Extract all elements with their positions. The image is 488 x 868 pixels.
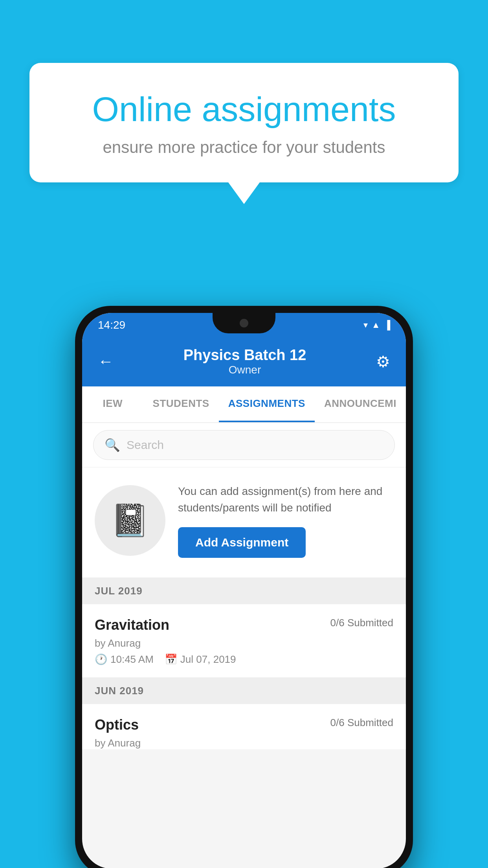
assignment-card-right: You can add assignment(s) from here and … xyxy=(178,483,393,558)
assignment-item-gravitation[interactable]: Gravitation 0/6 Submitted by Anurag 🕐 10… xyxy=(82,604,406,678)
header-title: Physics Batch 12 xyxy=(114,347,376,364)
wifi-icon: ▾ xyxy=(363,320,368,330)
section-header-jun: JUN 2019 xyxy=(82,678,406,704)
assignment-time: 10:45 AM xyxy=(110,653,154,666)
back-button[interactable]: ← xyxy=(98,353,114,370)
speech-bubble-wrapper: Online assignments ensure more practice … xyxy=(29,63,459,204)
tabs-bar: IEW STUDENTS ASSIGNMENTS ANNOUNCEMI xyxy=(82,386,406,423)
camera xyxy=(240,319,248,327)
calendar-icon: 📅 xyxy=(165,653,177,666)
signal-icon: ▲ xyxy=(372,320,380,330)
search-container: 🔍 Search xyxy=(82,423,406,467)
bubble-title: Online assignments xyxy=(61,90,427,129)
search-icon: 🔍 xyxy=(105,438,120,452)
tab-announcements[interactable]: ANNOUNCEMI xyxy=(315,386,406,422)
add-assignment-card: 📓 You can add assignment(s) from here an… xyxy=(82,467,406,578)
assignment-name-optics: Optics xyxy=(95,717,139,733)
app-header: ← Physics Batch 12 Owner ⚙ xyxy=(82,337,406,386)
section-header-jul: JUL 2019 xyxy=(82,578,406,604)
header-center: Physics Batch 12 Owner xyxy=(114,347,376,376)
search-box[interactable]: 🔍 Search xyxy=(93,430,395,460)
assignment-author-optics: by Anurag xyxy=(95,737,393,749)
gear-icon[interactable]: ⚙ xyxy=(376,353,390,371)
phone-frame: 14:29 ▾ ▲ ▐ ← Physics Batch 12 Owner ⚙ I… xyxy=(75,306,413,868)
assignment-meta: 🕐 10:45 AM 📅 Jul 07, 2019 xyxy=(95,653,393,666)
meta-time: 🕐 10:45 AM xyxy=(95,653,154,666)
assignment-submitted-optics: 0/6 Submitted xyxy=(330,717,393,729)
status-time: 14:29 xyxy=(98,319,125,331)
meta-date: 📅 Jul 07, 2019 xyxy=(165,653,236,666)
bubble-subtitle: ensure more practice for your students xyxy=(61,138,427,157)
clock-icon: 🕐 xyxy=(95,653,107,666)
header-subtitle: Owner xyxy=(114,364,376,376)
assignment-date: Jul 07, 2019 xyxy=(180,653,236,666)
phone-screen: 14:29 ▾ ▲ ▐ ← Physics Batch 12 Owner ⚙ I… xyxy=(82,313,406,868)
status-icons: ▾ ▲ ▐ xyxy=(363,320,390,330)
tab-assignments[interactable]: ASSIGNMENTS xyxy=(219,386,315,422)
battery-icon: ▐ xyxy=(384,320,390,330)
speech-bubble: Online assignments ensure more practice … xyxy=(29,63,459,182)
assignment-submitted: 0/6 Submitted xyxy=(330,617,393,629)
assignment-item-optics[interactable]: Optics 0/6 Submitted by Anurag xyxy=(82,704,406,749)
assignment-item-top-optics: Optics 0/6 Submitted xyxy=(95,717,393,733)
status-bar: 14:29 ▾ ▲ ▐ xyxy=(82,313,406,337)
assignment-author: by Anurag xyxy=(95,637,393,649)
assignment-item-top: Gravitation 0/6 Submitted xyxy=(95,617,393,633)
tab-students[interactable]: STUDENTS xyxy=(143,386,219,422)
notebook-icon: 📓 xyxy=(110,502,150,539)
add-assignment-button[interactable]: Add Assignment xyxy=(178,527,306,558)
assignment-name: Gravitation xyxy=(95,617,169,633)
assignment-hint-text: You can add assignment(s) from here and … xyxy=(178,483,393,516)
notch xyxy=(213,313,275,333)
speech-bubble-tail xyxy=(228,182,260,204)
assignment-icon-circle: 📓 xyxy=(95,485,165,556)
tab-iew[interactable]: IEW xyxy=(82,386,143,422)
search-input[interactable]: Search xyxy=(127,438,164,452)
